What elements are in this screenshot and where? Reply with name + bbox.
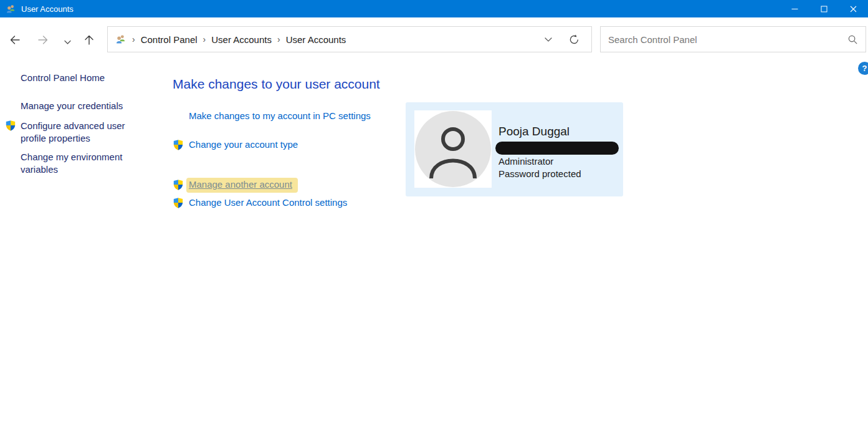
breadcrumb-user-accounts[interactable]: User Accounts [211, 34, 272, 45]
uac-shield-icon [5, 120, 16, 134]
uac-shield-icon [173, 139, 184, 153]
maximize-button[interactable] [809, 0, 839, 17]
window-controls [780, 0, 868, 17]
redacted-email-bar [495, 142, 619, 155]
recent-pages-chevron-icon[interactable] [60, 35, 75, 50]
refresh-icon[interactable] [568, 34, 580, 46]
account-name: Pooja Duggal [498, 125, 570, 138]
account-role: Administrator [498, 156, 553, 167]
up-button[interactable] [82, 32, 97, 47]
task-row: Change your account type [173, 139, 298, 153]
uac-shield-icon [173, 179, 184, 193]
forward-button[interactable] [36, 32, 50, 47]
minimize-button[interactable] [780, 0, 809, 17]
search-box[interactable] [600, 26, 866, 52]
account-card: Pooja Duggal Administrator Password prot… [406, 102, 623, 196]
back-button[interactable] [7, 32, 22, 47]
page-title: Make changes to your user account [173, 77, 380, 92]
breadcrumb-users-icon [115, 34, 126, 45]
sidebar-item-environment-variables[interactable]: Change my environment variables [21, 151, 136, 176]
sidebar-item-configure-profile[interactable]: Configure advanced user profile properti… [21, 120, 136, 145]
sidebar-item-manage-credentials[interactable]: Manage your credentials [21, 100, 136, 112]
link-manage-another-account[interactable]: Manage another account [189, 179, 292, 190]
breadcrumb-control-panel[interactable]: Control Panel [141, 34, 198, 45]
search-input[interactable] [608, 34, 847, 45]
titlebar: User Accounts [0, 0, 868, 17]
link-pc-settings[interactable]: Make changes to my account in PC setting… [189, 110, 371, 121]
avatar [414, 110, 492, 188]
breadcrumb-separator: › [277, 34, 280, 44]
link-change-account-type[interactable]: Change your account type [189, 139, 298, 150]
breadcrumb-separator: › [203, 34, 206, 44]
help-icon[interactable]: ? [858, 62, 868, 75]
sidebar-item-control-panel-home[interactable]: Control Panel Home [21, 72, 136, 84]
link-change-uac-settings[interactable]: Change User Account Control settings [189, 197, 347, 208]
user-accounts-app-icon [6, 4, 16, 14]
address-dropdown-chevron-icon[interactable] [545, 37, 552, 42]
task-row: Make changes to my account in PC setting… [189, 110, 371, 121]
close-button[interactable] [839, 0, 868, 17]
task-row: Manage another account [173, 179, 298, 193]
search-icon[interactable] [847, 34, 858, 45]
navigation-bar: › Control Panel › User Accounts › User A… [0, 17, 868, 60]
breadcrumb-user-accounts-2[interactable]: User Accounts [286, 34, 346, 45]
address-bar[interactable]: › Control Panel › User Accounts › User A… [107, 26, 592, 52]
highlight-annotation: Manage another account [186, 178, 298, 193]
account-protection-status: Password protected [498, 168, 581, 179]
content-area: Control Panel Home Manage your credentia… [0, 60, 868, 421]
task-row: Change User Account Control settings [173, 197, 347, 211]
uac-shield-icon [173, 197, 184, 211]
window-title: User Accounts [21, 4, 74, 14]
breadcrumb-separator: › [132, 34, 135, 44]
